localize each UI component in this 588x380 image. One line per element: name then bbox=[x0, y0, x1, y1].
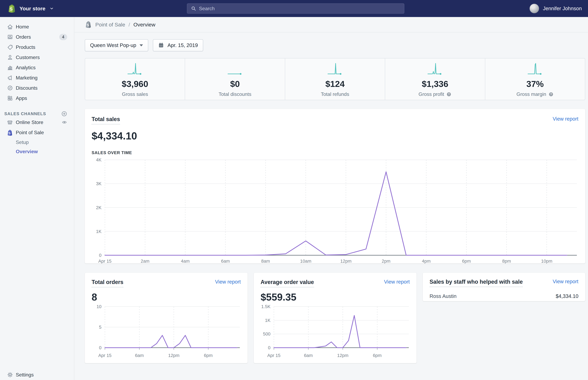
svg-text:0: 0 bbox=[99, 345, 101, 350]
user-menu[interactable]: Jennifer Johnson bbox=[529, 0, 582, 17]
sales-channels-list: Online Store S Point of SaleSetupOvervie… bbox=[0, 117, 74, 156]
svg-text:Apr 15: Apr 15 bbox=[98, 353, 111, 358]
svg-text:?: ? bbox=[550, 93, 552, 96]
metric-card-gross-profit: $1,336 Gross profit? bbox=[385, 58, 485, 100]
analytics-icon bbox=[7, 64, 13, 71]
svg-text:0: 0 bbox=[268, 345, 270, 350]
view-report-link-total-orders[interactable]: View report bbox=[215, 279, 241, 285]
metric-card-gross-sales: $3,960 Gross sales bbox=[85, 58, 185, 100]
settings-label: Settings bbox=[16, 372, 34, 378]
view-report-link-aov[interactable]: View report bbox=[384, 279, 410, 285]
sidebar-item-marketing[interactable]: Marketing bbox=[0, 73, 74, 83]
search-input[interactable] bbox=[199, 6, 400, 11]
sidebar-item-orders[interactable]: Orders4 bbox=[0, 32, 74, 42]
svg-text:3K: 3K bbox=[96, 181, 102, 186]
sidebar-item-label: Analytics bbox=[16, 65, 36, 71]
svg-text:6pm: 6pm bbox=[204, 353, 213, 358]
sidebar-item-home[interactable]: Home bbox=[0, 22, 74, 32]
sidebar-item-apps[interactable]: Apps bbox=[0, 93, 74, 103]
svg-text:6am: 6am bbox=[221, 259, 230, 264]
svg-text:10am: 10am bbox=[300, 259, 311, 264]
gear-icon bbox=[7, 372, 13, 378]
sidebar-nav: Home Orders4 Products Customers Analytic… bbox=[0, 17, 74, 103]
metric-label: Gross profit bbox=[419, 91, 444, 97]
sidebar-item-customers[interactable]: Customers bbox=[0, 52, 74, 62]
products-icon bbox=[7, 44, 13, 50]
metric-card-gross-margin: 37% Gross margin? bbox=[485, 58, 585, 100]
average-order-value-chart: 05001K1.5KApr 156am12pm6pm bbox=[261, 304, 410, 362]
discounts-icon bbox=[7, 85, 13, 91]
search-bar[interactable] bbox=[187, 3, 404, 14]
sidebar-channel-point-of-sale[interactable]: S Point of Sale bbox=[0, 127, 74, 138]
topbar: S Your store Jennifer Johnson bbox=[0, 0, 588, 17]
sidebar-item-settings[interactable]: Settings bbox=[0, 370, 74, 379]
bottom-cards-row: Total orders View report 8 0510Apr 156am… bbox=[85, 273, 585, 363]
svg-text:6am: 6am bbox=[304, 353, 313, 358]
store-switcher[interactable]: S Your store bbox=[0, 4, 54, 13]
metric-value: $3,960 bbox=[122, 79, 148, 89]
svg-text:2am: 2am bbox=[141, 259, 149, 264]
location-filter-button[interactable]: Queen West Pop-up bbox=[85, 39, 148, 51]
metric-card-total-discounts: $0 Total discounts bbox=[185, 58, 285, 100]
pos-app-icon: S bbox=[85, 21, 92, 28]
average-order-value-value: $559.35 bbox=[261, 291, 410, 303]
sidebar-item-label: Apps bbox=[16, 95, 27, 101]
svg-text:8am: 8am bbox=[261, 259, 270, 264]
metric-sparkline bbox=[527, 62, 543, 75]
svg-text:6pm: 6pm bbox=[373, 353, 382, 358]
metric-sparkline bbox=[227, 62, 243, 75]
view-report-link-total-sales[interactable]: View report bbox=[553, 116, 578, 122]
staff-sales-title: Sales by staff who helped with sale bbox=[429, 279, 523, 287]
metric-label: Gross margin bbox=[517, 91, 546, 97]
staff-sales-amount: $4,334.10 bbox=[556, 293, 578, 299]
sidebar-item-analytics[interactable]: Analytics bbox=[0, 62, 74, 73]
svg-text:S: S bbox=[8, 132, 11, 135]
store-name: Your store bbox=[20, 6, 45, 12]
help-icon[interactable]: ? bbox=[548, 92, 554, 97]
main-content: S Point of Sale / Overview Queen West Po… bbox=[75, 17, 588, 380]
svg-text:1K: 1K bbox=[265, 318, 271, 323]
breadcrumb-page: Overview bbox=[133, 22, 155, 28]
eye-icon[interactable] bbox=[61, 119, 67, 125]
view-report-link-staff[interactable]: View report bbox=[553, 279, 578, 285]
apps-icon bbox=[7, 95, 13, 101]
sidebar-item-products[interactable]: Products bbox=[0, 42, 74, 52]
staff-sales-card: Sales by staff who helped with sale View… bbox=[423, 273, 585, 301]
pos-bag-icon: S bbox=[7, 129, 13, 135]
sidebar-item-discounts[interactable]: Discounts bbox=[0, 83, 74, 93]
chevron-down-icon bbox=[50, 6, 54, 11]
svg-text:4pm: 4pm bbox=[422, 259, 430, 264]
svg-text:1K: 1K bbox=[96, 229, 102, 234]
date-filter-button[interactable]: Apr. 15, 2019 bbox=[153, 39, 203, 51]
sales-over-time-label: SALES OVER TIME bbox=[92, 151, 578, 155]
sidebar-subitem-overview[interactable]: Overview bbox=[0, 147, 74, 156]
sidebar-item-label: Discounts bbox=[16, 85, 38, 91]
staff-sales-rows: Ross Austin $4,334.10 bbox=[429, 293, 578, 299]
search-icon bbox=[191, 6, 196, 11]
total-orders-card: Total orders View report 8 0510Apr 156am… bbox=[85, 273, 248, 363]
sidebar-item-label: Products bbox=[16, 44, 35, 50]
breadcrumb: S Point of Sale / Overview bbox=[75, 17, 588, 33]
svg-text:S: S bbox=[9, 6, 13, 11]
sidebar-subitem-setup[interactable]: Setup bbox=[0, 138, 74, 147]
sidebar-item-label: Marketing bbox=[16, 75, 38, 81]
average-order-value-title: Average order value bbox=[261, 279, 314, 287]
add-sales-channel-button[interactable] bbox=[61, 111, 67, 117]
svg-text:S: S bbox=[86, 23, 89, 27]
sales-channels-header: SALES CHANNELS bbox=[0, 110, 74, 117]
orders-count-badge: 4 bbox=[59, 34, 67, 40]
avatar bbox=[529, 3, 539, 14]
staff-name: Ross Austin bbox=[429, 293, 456, 299]
sidebar-channel-online-store[interactable]: Online Store bbox=[0, 117, 74, 127]
date-filter-label: Apr. 15, 2019 bbox=[167, 42, 198, 48]
sidebar-item-label: Customers bbox=[16, 55, 40, 60]
customers-icon bbox=[7, 54, 13, 61]
help-icon[interactable]: ? bbox=[446, 92, 451, 97]
total-sales-card: Total sales View report $4,334.10 SALES … bbox=[85, 109, 585, 264]
svg-text:2pm: 2pm bbox=[382, 259, 390, 264]
user-name: Jennifer Johnson bbox=[543, 6, 582, 11]
breadcrumb-app[interactable]: Point of Sale bbox=[95, 22, 125, 28]
svg-text:8pm: 8pm bbox=[502, 259, 511, 264]
svg-text:4K: 4K bbox=[96, 157, 102, 162]
svg-text:2K: 2K bbox=[96, 205, 102, 210]
